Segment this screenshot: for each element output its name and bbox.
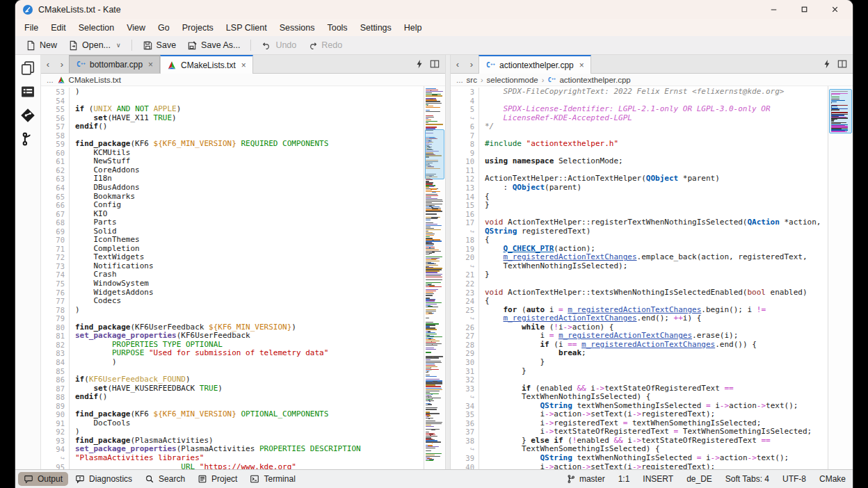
open-button[interactable]: Open...∨: [63, 38, 126, 53]
code-line[interactable]: 40 i->action->setText(i->registeredText)…: [451, 463, 828, 469]
editor-right[interactable]: 3 SPDX-FileCopyrightText: 2022 Felix Ern…: [451, 86, 853, 469]
code-line[interactable]: 23void ActionTextHelper::textsWhenNothin…: [451, 288, 828, 298]
tab-close-icon[interactable]: ×: [241, 60, 246, 70]
status-utf-8[interactable]: UTF-8: [782, 474, 806, 484]
code-line[interactable]: 91 DocTools: [41, 419, 424, 428]
tabbar-spacer: [253, 55, 409, 73]
undo-button[interactable]: Undo: [257, 38, 301, 53]
status-insert[interactable]: INSERT: [643, 474, 673, 484]
minimap-line: [432, 442, 433, 443]
history-back-button[interactable]: ‹: [451, 55, 465, 73]
save-button[interactable]: Save: [138, 38, 182, 53]
menu-selection[interactable]: Selection: [72, 21, 120, 35]
breadcrumb-item-cmakelists-txt[interactable]: CMakeLists.txt: [69, 76, 121, 84]
menu-lsp-client[interactable]: LSP Client: [220, 21, 273, 35]
breadcrumb-item-src[interactable]: src: [467, 76, 477, 84]
split-view-icon[interactable]: [430, 59, 440, 69]
maximize-icon: [799, 4, 810, 15]
code-line[interactable]: 31 }: [451, 367, 828, 376]
code-line[interactable]: 57endif(): [41, 122, 424, 131]
close-button[interactable]: [819, 0, 850, 19]
save-as-button[interactable]: Save As...: [182, 38, 245, 53]
code-line[interactable]: ↪QString registeredText): [451, 227, 828, 236]
line-number: 36: [451, 419, 479, 428]
redo-button[interactable]: Redo: [303, 38, 347, 53]
minimize-button[interactable]: [758, 0, 789, 19]
code-line[interactable]: 88endif(): [41, 393, 424, 402]
bolt-icon[interactable]: [415, 59, 424, 69]
minimap-line: [426, 225, 442, 226]
menu-go[interactable]: Go: [152, 21, 176, 35]
line-number: 25: [451, 306, 479, 315]
menu-file[interactable]: File: [18, 21, 45, 35]
tab-cmakelists-txt[interactable]: CMakeLists.txt×: [160, 55, 253, 74]
breadcrumb-overflow-button[interactable]: ...: [456, 76, 463, 84]
code-line[interactable]: 3 SPDX-FileCopyrightText: 2022 Felix Ern…: [451, 88, 828, 97]
menu-settings[interactable]: Settings: [354, 21, 398, 35]
code-line[interactable]: 84 ): [41, 358, 424, 367]
minimap-scrollbar-left[interactable]: [424, 86, 445, 469]
status-cmake[interactable]: CMake: [819, 474, 846, 484]
history-back-button[interactable]: ‹: [41, 55, 55, 73]
editor-left[interactable]: 53)5455if (UNIX AND NOT APPLE)56 set(HAV…: [41, 86, 445, 469]
status-tool-terminal[interactable]: Terminal: [244, 472, 300, 486]
code-line[interactable]: 8#include "actiontexthelper.h": [451, 140, 828, 149]
menu-tools[interactable]: Tools: [321, 21, 353, 35]
list-panel-icon[interactable]: [20, 84, 35, 99]
bolt-icon[interactable]: [822, 59, 832, 69]
code-line[interactable]: 13 : QObject(parent): [451, 184, 828, 193]
line-wrap-marker: ↪: [451, 262, 479, 271]
status-master[interactable]: master: [566, 474, 605, 484]
tab-bottombar-cpp[interactable]: C++bottombar.cpp×: [69, 55, 160, 73]
status-1-1[interactable]: 1:1: [618, 474, 630, 484]
breadcrumb-item-selectionmode[interactable]: selectionmode: [487, 76, 538, 84]
history-forward-button[interactable]: ›: [55, 55, 69, 73]
tab-close-icon[interactable]: ×: [579, 60, 584, 70]
status-tool-diagnostics[interactable]: Diagnostics: [70, 472, 138, 486]
maximize-button[interactable]: [789, 0, 819, 19]
status-tool-project[interactable]: Project: [192, 472, 243, 486]
code-line[interactable]: 10using namespace SelectionMode;: [451, 157, 828, 166]
status-soft-tabs-4[interactable]: Soft Tabs: 4: [725, 474, 769, 484]
pane-splitter[interactable]: [445, 55, 451, 469]
status-tool-output[interactable]: Output: [18, 472, 68, 486]
code-line[interactable]: 6*/: [451, 122, 828, 131]
line-number: 38: [451, 437, 479, 446]
new-button[interactable]: New: [21, 38, 62, 53]
save-as-icon: [187, 40, 198, 51]
menu-view[interactable]: View: [120, 21, 152, 35]
documents-icon[interactable]: [20, 60, 35, 76]
history-forward-button[interactable]: ›: [465, 55, 479, 73]
code-line[interactable]: ↪ LicenseRef-KDE-Accepted-LGPL: [451, 114, 828, 123]
code-line[interactable]: 15}: [451, 201, 828, 210]
title-bar: CMakeLists.txt - Kate: [15, 0, 853, 19]
breadcrumb-overflow-button[interactable]: ...: [47, 76, 54, 84]
status-de-de[interactable]: de_DE: [686, 474, 712, 484]
minimap-viewport[interactable]: [425, 129, 444, 179]
minimap-line: [831, 109, 839, 110]
commit-graph-icon[interactable]: [20, 131, 35, 147]
code-text: }: [479, 367, 527, 376]
tab-actiontexthelper-cpp[interactable]: C++actiontexthelper.cpp×: [479, 55, 591, 74]
minimap-scrollbar-right[interactable]: [828, 86, 853, 469]
breadcrumb-item-actiontexthelper-cpp[interactable]: actiontexthelper.cpp: [559, 76, 630, 84]
menu-projects[interactable]: Projects: [176, 21, 220, 35]
code-line[interactable]: 53): [41, 88, 424, 97]
code-line[interactable]: 95 URL "https://www.kde.org": [41, 463, 424, 469]
menu-help[interactable]: Help: [398, 21, 428, 35]
code-line[interactable]: ↪ TextWhenNothingIsSelected);: [451, 262, 828, 271]
code-line[interactable]: 21}: [451, 270, 828, 279]
git-diamond-icon[interactable]: [20, 108, 35, 123]
code-area-left[interactable]: 53)5455if (UNIX AND NOT APPLE)56 set(HAV…: [41, 86, 424, 469]
open-dropdown-caret-icon[interactable]: ∨: [116, 42, 121, 49]
status-tool-search[interactable]: Search: [139, 472, 191, 486]
menu-sessions[interactable]: Sessions: [273, 21, 321, 35]
code-line[interactable]: 14{: [451, 193, 828, 202]
code-area-right[interactable]: 3 SPDX-FileCopyrightText: 2022 Felix Ern…: [451, 86, 828, 469]
minimap-line: [426, 423, 442, 424]
menu-edit[interactable]: Edit: [45, 21, 72, 35]
tab-close-icon[interactable]: ×: [148, 60, 153, 70]
code-line[interactable]: 77 Codecs: [41, 297, 424, 306]
split-view-icon[interactable]: [837, 59, 847, 69]
code-line[interactable]: 78): [41, 306, 424, 315]
